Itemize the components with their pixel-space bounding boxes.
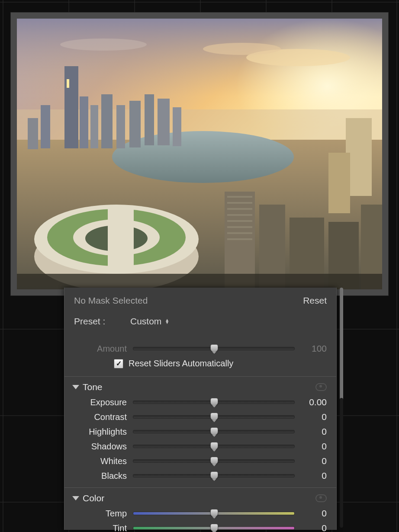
svg-rect-32 [227,238,252,240]
blacks-value: 0 [301,471,327,481]
svg-rect-27 [227,208,252,210]
contrast-value: 0 [301,412,327,422]
whites-slider[interactable] [133,459,295,463]
tone-visibility-icon[interactable] [315,383,327,391]
svg-rect-26 [227,202,252,204]
contrast-slider[interactable] [133,415,295,419]
temp-slider-row: Temp 0 [64,506,336,521]
svg-rect-16 [158,99,170,145]
exposure-label: Exposure [74,397,127,407]
svg-rect-10 [28,118,38,149]
svg-rect-29 [227,220,252,222]
tone-title: Tone [83,382,103,392]
temp-label: Temp [74,509,127,519]
svg-rect-25 [227,196,252,198]
contrast-slider-row: Contrast 0 [64,410,336,424]
exposure-slider-row: Exposure 0.00 [64,395,336,410]
highlights-value: 0 [301,426,327,437]
mask-status-text: No Mask Selected [74,295,148,306]
reset-sliders-label: Reset Sliders Automatically [129,359,233,369]
svg-rect-6 [64,66,78,148]
preset-stepper-icon: ▲▼ [165,319,169,324]
tint-value: 0 [301,523,327,532]
photo-preview[interactable] [17,19,382,289]
whites-slider-row: Whites 0 [64,454,336,468]
svg-rect-12 [101,94,113,148]
whites-value: 0 [301,456,327,466]
photo-frame [10,12,389,296]
exposure-value: 0.00 [301,397,327,407]
whites-label: Whites [74,456,127,466]
shadows-slider-row: Shadows 0 [64,439,336,454]
tone-section-header: Tone [64,377,336,395]
tint-slider[interactable] [133,526,295,530]
color-section-header: Color [64,488,336,506]
panel-scrollbar-track [340,398,343,528]
svg-rect-8 [80,96,88,148]
tint-slider-row: Tint 0 [64,521,336,532]
preset-select[interactable]: Custom ▲▼ [130,316,169,327]
highlights-slider-row: Highlights 0 [64,424,336,439]
color-title: Color [83,493,104,503]
svg-point-40 [203,43,281,55]
shadows-label: Shadows [74,442,127,452]
blacks-slider-row: Blacks 0 [64,468,336,483]
reset-sliders-checkbox[interactable]: ✓ [114,359,123,369]
amount-slider-row: Amount 100 [64,341,336,356]
svg-rect-17 [173,107,181,146]
svg-rect-30 [227,226,252,228]
svg-point-41 [60,38,147,51]
svg-rect-15 [145,94,154,145]
svg-rect-19 [328,153,350,213]
amount-label: Amount [74,344,127,354]
shadows-slider[interactable] [133,445,295,448]
color-visibility-icon[interactable] [315,494,327,502]
amount-slider[interactable] [133,347,295,350]
highlights-label: Highlights [74,427,127,437]
exposure-slider[interactable] [133,401,295,404]
blacks-label: Blacks [74,471,127,481]
highlights-slider[interactable] [133,430,295,433]
color-disclosure-icon[interactable] [72,496,79,500]
svg-rect-13 [116,105,125,148]
svg-rect-38 [17,274,382,289]
amount-value: 100 [301,343,327,354]
preset-label: Preset : [74,316,117,327]
tint-label: Tint [74,523,127,532]
svg-rect-28 [227,214,252,216]
reset-button[interactable]: Reset [303,295,327,306]
svg-rect-9 [41,105,50,148]
svg-rect-31 [227,232,252,234]
temp-slider[interactable] [133,512,295,515]
svg-rect-14 [129,101,141,147]
blacks-slider[interactable] [133,474,295,478]
contrast-label: Contrast [74,412,127,422]
svg-rect-11 [90,105,98,148]
tone-disclosure-icon[interactable] [72,385,79,389]
preset-value: Custom [130,316,161,327]
adjustments-panel: No Mask Selected Reset Preset : Custom ▲… [64,288,337,530]
temp-value: 0 [301,508,327,519]
shadows-value: 0 [301,441,327,452]
svg-rect-7 [67,79,69,88]
